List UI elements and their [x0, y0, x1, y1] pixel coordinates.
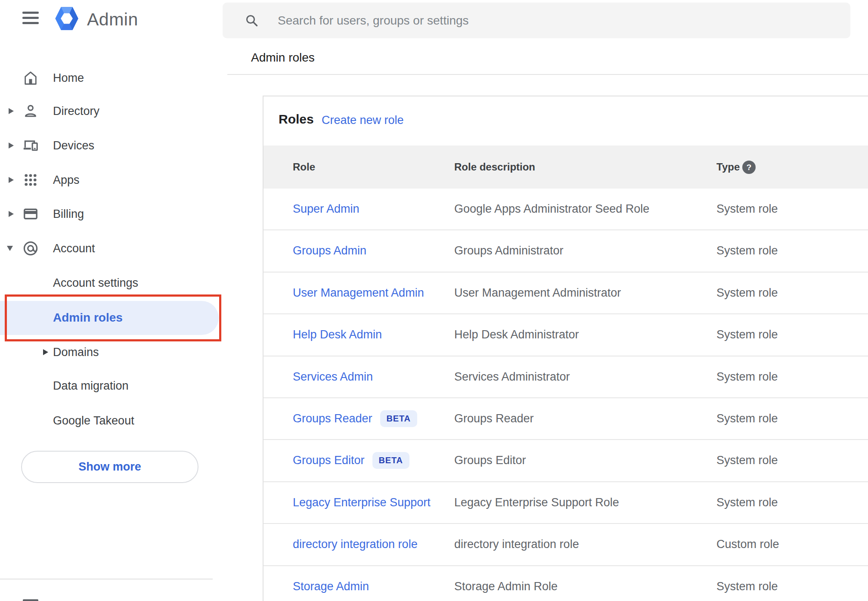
role-type: System role [716, 230, 778, 271]
role-cell: Legacy Enterprise Support [293, 482, 431, 523]
sidebar-item-label: Billing [53, 208, 84, 221]
sidebar-item-apps[interactable]: Apps [0, 170, 228, 189]
google-admin-logo-icon [53, 6, 80, 31]
create-new-role-link[interactable]: Create new role [322, 114, 404, 127]
roles-table-body: Super AdminGoogle Apps Administrator See… [264, 189, 868, 601]
table-row: Storage AdminStorage Admin RoleSystem ro… [264, 566, 868, 601]
role-link[interactable]: User Management Admin [293, 286, 424, 300]
card-title: Roles [279, 112, 314, 127]
sidebar-item-billing[interactable]: Billing [0, 204, 228, 223]
home-icon [22, 70, 39, 86]
table-row: Groups AdminGroups AdministratorSystem r… [264, 230, 868, 272]
column-header-type: Type [716, 146, 740, 189]
role-link[interactable]: Groups Admin [293, 244, 366, 257]
clipped-bottom-icon [23, 599, 38, 601]
table-row: Legacy Enterprise SupportLegacy Enterpri… [264, 482, 868, 524]
search-input[interactable]: Search for users, groups or settings [223, 3, 850, 38]
apps-grid-icon [22, 172, 39, 188]
person-icon [22, 103, 39, 119]
role-link[interactable]: Legacy Enterprise Support [293, 496, 431, 509]
role-cell: directory integration role [293, 524, 418, 565]
role-cell: Help Desk Admin [293, 314, 382, 355]
role-link[interactable]: directory integration role [293, 538, 418, 551]
column-header-role: Role [293, 146, 315, 189]
annotation-red-box [5, 294, 221, 341]
role-cell: Super Admin [293, 189, 360, 229]
product-name: Admin [87, 9, 138, 30]
role-type: System role [716, 482, 778, 523]
sidebar: Admin Home Directory [0, 0, 228, 601]
beta-badge: BETA [380, 410, 417, 427]
role-link[interactable]: Groups Reader [293, 412, 372, 425]
table-header: Role Role description Type ? [264, 146, 868, 189]
sidebar-item-label: Home [53, 71, 84, 85]
hamburger-menu-icon[interactable] [22, 12, 39, 24]
role-description: Groups Reader [454, 398, 534, 439]
show-more-button[interactable]: Show more [21, 451, 198, 483]
chevron-right-icon[interactable] [9, 108, 14, 114]
sidebar-item-account[interactable]: Account [0, 239, 228, 258]
table-row: Super AdminGoogle Apps Administrator See… [264, 189, 868, 230]
role-description: Storage Admin Role [454, 566, 558, 601]
table-row: directory integration roledirectory inte… [264, 524, 868, 566]
roles-card: Roles Create new role Role Role descript… [263, 96, 868, 601]
role-type: System role [716, 566, 778, 601]
chevron-down-icon[interactable] [7, 246, 13, 251]
role-description: directory integration role [454, 524, 579, 565]
role-type: System role [716, 356, 778, 397]
table-row: Groups EditorBETAGroups EditorSystem rol… [264, 440, 868, 482]
role-cell: Groups EditorBETA [293, 440, 409, 481]
role-description: Groups Administrator [454, 230, 564, 271]
sidebar-item-label: Account [53, 242, 95, 255]
role-cell: Services Admin [293, 356, 373, 397]
role-type: System role [716, 398, 778, 439]
role-type: System role [716, 440, 778, 481]
role-link[interactable]: Groups Editor [293, 454, 365, 467]
table-row: User Management AdminUser Management Adm… [264, 273, 868, 314]
role-cell: User Management Admin [293, 273, 424, 313]
sidebar-item-directory[interactable]: Directory [0, 102, 228, 121]
role-type: System role [716, 314, 778, 355]
sidebar-item-label: Devices [53, 139, 94, 152]
sidebar-item-devices[interactable]: Devices [0, 136, 228, 155]
sidebar-item-domains[interactable]: Domains [0, 343, 228, 362]
role-description: Services Administrator [454, 356, 570, 397]
admin-console-screen: Admin Home Directory [0, 0, 868, 601]
sidebar-item-label: Google Takeout [53, 414, 134, 428]
table-row: Services AdminServices AdministratorSyst… [264, 356, 868, 398]
role-link[interactable]: Help Desk Admin [293, 328, 382, 341]
devices-icon [22, 137, 39, 154]
sidebar-item-account-settings[interactable]: Account settings [0, 273, 228, 292]
role-description: User Management Administrator [454, 273, 621, 313]
chevron-right-icon[interactable] [9, 211, 14, 217]
chevron-right-icon[interactable] [9, 143, 14, 149]
at-sign-icon [22, 240, 39, 257]
role-type: System role [716, 273, 778, 313]
table-row: Groups ReaderBETAGroups ReaderSystem rol… [264, 398, 868, 440]
sidebar-item-data-migration[interactable]: Data migration [0, 376, 228, 395]
show-more-label: Show more [78, 460, 141, 474]
role-cell: Groups Admin [293, 230, 366, 271]
role-type: System role [716, 189, 778, 229]
role-cell: Groups ReaderBETA [293, 398, 417, 439]
role-link[interactable]: Super Admin [293, 202, 360, 216]
role-link[interactable]: Services Admin [293, 370, 373, 384]
table-row: Help Desk AdminHelp Desk AdministratorSy… [264, 314, 868, 356]
role-description: Help Desk Administrator [454, 314, 579, 355]
role-description: Legacy Enterprise Support Role [454, 482, 619, 523]
column-header-description: Role description [454, 146, 535, 189]
breadcrumb: Admin roles [251, 51, 315, 65]
search-icon [244, 13, 260, 28]
sidebar-item-home[interactable]: Home [0, 68, 228, 87]
beta-badge: BETA [372, 452, 409, 469]
role-cell: Storage Admin [293, 566, 369, 601]
help-icon[interactable]: ? [742, 161, 756, 174]
role-description: Google Apps Administrator Seed Role [454, 189, 649, 229]
sidebar-item-label: Directory [53, 105, 99, 118]
role-type: Custom role [716, 524, 779, 565]
chevron-right-icon[interactable] [43, 349, 48, 355]
role-link[interactable]: Storage Admin [293, 580, 369, 593]
sidebar-item-label: Account settings [53, 276, 138, 290]
chevron-right-icon[interactable] [9, 177, 14, 183]
sidebar-item-google-takeout[interactable]: Google Takeout [0, 411, 228, 430]
